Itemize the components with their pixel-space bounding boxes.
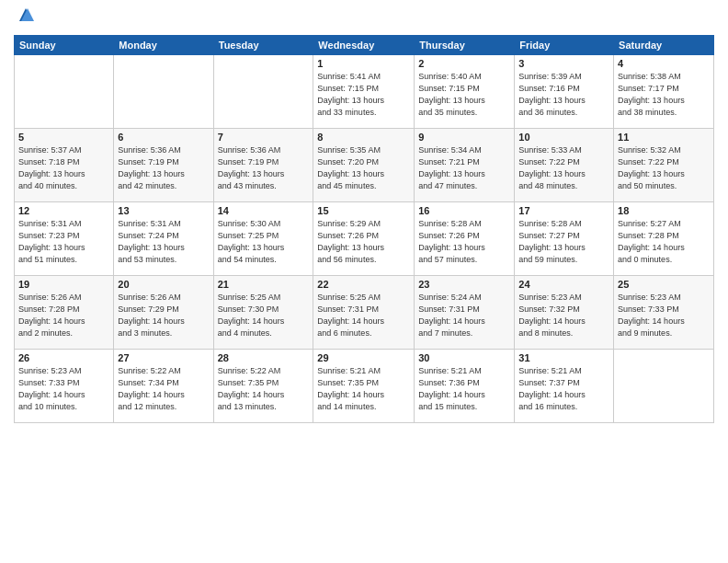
calendar-cell: 11Sunrise: 5:32 AMSunset: 7:22 PMDayligh… [614, 128, 714, 201]
day-number: 18 [618, 205, 710, 216]
day-number: 30 [418, 352, 510, 363]
day-number: 25 [618, 279, 710, 290]
day-number: 12 [18, 205, 109, 216]
calendar-cell: 23Sunrise: 5:24 AMSunset: 7:31 PMDayligh… [415, 275, 515, 349]
day-info: Sunrise: 5:28 AMSunset: 7:26 PMDaylight:… [418, 218, 510, 266]
calendar-cell [614, 349, 714, 422]
day-number: 8 [317, 132, 410, 143]
day-number: 9 [418, 132, 510, 143]
day-number: 24 [518, 279, 609, 290]
day-number: 17 [518, 205, 609, 216]
day-info: Sunrise: 5:34 AMSunset: 7:21 PMDaylight:… [418, 144, 510, 192]
day-number: 26 [18, 352, 109, 363]
calendar-cell: 30Sunrise: 5:21 AMSunset: 7:36 PMDayligh… [415, 349, 515, 422]
calendar-cell: 29Sunrise: 5:21 AMSunset: 7:35 PMDayligh… [313, 349, 415, 422]
calendar-cell: 13Sunrise: 5:31 AMSunset: 7:24 PMDayligh… [114, 201, 213, 275]
day-number: 21 [218, 279, 310, 290]
day-info: Sunrise: 5:22 AMSunset: 7:34 PMDaylight:… [118, 365, 209, 413]
day-info: Sunrise: 5:23 AMSunset: 7:33 PMDaylight:… [618, 292, 710, 339]
day-number: 29 [317, 352, 410, 363]
calendar-header-saturday: Saturday [614, 35, 714, 54]
calendar-cell: 9Sunrise: 5:34 AMSunset: 7:21 PMDaylight… [415, 128, 515, 201]
calendar-cell: 6Sunrise: 5:36 AMSunset: 7:19 PMDaylight… [114, 128, 213, 201]
calendar-week-row: 12Sunrise: 5:31 AMSunset: 7:23 PMDayligh… [15, 201, 714, 275]
calendar-cell: 2Sunrise: 5:40 AMSunset: 7:15 PMDaylight… [415, 54, 515, 128]
day-info: Sunrise: 5:41 AMSunset: 7:15 PMDaylight:… [317, 71, 410, 119]
day-number: 11 [618, 132, 710, 143]
calendar-week-row: 26Sunrise: 5:23 AMSunset: 7:33 PMDayligh… [15, 349, 714, 422]
calendar-cell: 5Sunrise: 5:37 AMSunset: 7:18 PMDaylight… [15, 128, 114, 201]
day-number: 1 [317, 58, 410, 69]
day-info: Sunrise: 5:40 AMSunset: 7:15 PMDaylight:… [418, 71, 510, 119]
day-info: Sunrise: 5:36 AMSunset: 7:19 PMDaylight:… [218, 144, 310, 192]
day-info: Sunrise: 5:21 AMSunset: 7:37 PMDaylight:… [518, 365, 609, 413]
calendar-cell: 19Sunrise: 5:26 AMSunset: 7:28 PMDayligh… [15, 275, 114, 349]
day-info: Sunrise: 5:29 AMSunset: 7:26 PMDaylight:… [317, 218, 410, 266]
day-info: Sunrise: 5:25 AMSunset: 7:31 PMDaylight:… [317, 292, 410, 339]
calendar-cell: 7Sunrise: 5:36 AMSunset: 7:19 PMDaylight… [213, 128, 313, 201]
day-number: 14 [218, 205, 310, 216]
day-number: 3 [518, 58, 609, 69]
calendar-page: SundayMondayTuesdayWednesdayThursdayFrid… [0, 0, 728, 563]
day-number: 2 [418, 58, 510, 69]
day-info: Sunrise: 5:27 AMSunset: 7:28 PMDaylight:… [618, 218, 710, 266]
day-info: Sunrise: 5:30 AMSunset: 7:25 PMDaylight:… [218, 218, 310, 266]
day-info: Sunrise: 5:38 AMSunset: 7:17 PMDaylight:… [618, 71, 710, 119]
day-number: 7 [218, 132, 310, 143]
day-info: Sunrise: 5:26 AMSunset: 7:29 PMDaylight:… [118, 292, 209, 339]
day-info: Sunrise: 5:24 AMSunset: 7:31 PMDaylight:… [418, 292, 510, 339]
day-number: 15 [317, 205, 410, 216]
calendar-cell: 20Sunrise: 5:26 AMSunset: 7:29 PMDayligh… [114, 275, 213, 349]
calendar-cell: 12Sunrise: 5:31 AMSunset: 7:23 PMDayligh… [15, 201, 114, 275]
day-info: Sunrise: 5:25 AMSunset: 7:30 PMDaylight:… [218, 292, 310, 339]
calendar-cell [15, 54, 114, 128]
day-info: Sunrise: 5:23 AMSunset: 7:33 PMDaylight:… [18, 365, 109, 413]
calendar-cell [114, 54, 213, 128]
day-info: Sunrise: 5:35 AMSunset: 7:20 PMDaylight:… [317, 144, 410, 192]
day-info: Sunrise: 5:28 AMSunset: 7:27 PMDaylight:… [518, 218, 609, 266]
calendar-cell: 17Sunrise: 5:28 AMSunset: 7:27 PMDayligh… [515, 201, 614, 275]
calendar-week-row: 19Sunrise: 5:26 AMSunset: 7:28 PMDayligh… [15, 275, 714, 349]
calendar-header-sunday: Sunday [15, 35, 114, 54]
calendar-cell: 27Sunrise: 5:22 AMSunset: 7:34 PMDayligh… [114, 349, 213, 422]
day-number: 10 [518, 132, 609, 143]
calendar-week-row: 1Sunrise: 5:41 AMSunset: 7:15 PMDaylight… [15, 54, 714, 128]
calendar-cell: 26Sunrise: 5:23 AMSunset: 7:33 PMDayligh… [15, 349, 114, 422]
day-number: 19 [18, 279, 109, 290]
day-info: Sunrise: 5:26 AMSunset: 7:28 PMDaylight:… [18, 292, 109, 339]
day-number: 22 [317, 279, 410, 290]
calendar-week-row: 5Sunrise: 5:37 AMSunset: 7:18 PMDaylight… [15, 128, 714, 201]
calendar-cell: 18Sunrise: 5:27 AMSunset: 7:28 PMDayligh… [614, 201, 714, 275]
calendar-cell: 15Sunrise: 5:29 AMSunset: 7:26 PMDayligh… [313, 201, 415, 275]
calendar-header-tuesday: Tuesday [213, 35, 313, 54]
calendar-cell: 3Sunrise: 5:39 AMSunset: 7:16 PMDaylight… [515, 54, 614, 128]
day-info: Sunrise: 5:21 AMSunset: 7:36 PMDaylight:… [418, 365, 510, 413]
day-info: Sunrise: 5:23 AMSunset: 7:32 PMDaylight:… [518, 292, 609, 339]
logo-icon [16, 5, 36, 25]
calendar-cell [213, 54, 313, 128]
calendar-header-row: SundayMondayTuesdayWednesdayThursdayFrid… [15, 35, 714, 54]
calendar-table: SundayMondayTuesdayWednesdayThursdayFrid… [14, 35, 714, 423]
day-info: Sunrise: 5:37 AMSunset: 7:18 PMDaylight:… [18, 144, 109, 192]
day-info: Sunrise: 5:39 AMSunset: 7:16 PMDaylight:… [518, 71, 609, 119]
calendar-header-monday: Monday [114, 35, 213, 54]
day-number: 6 [118, 132, 209, 143]
day-number: 27 [118, 352, 209, 363]
calendar-cell: 4Sunrise: 5:38 AMSunset: 7:17 PMDaylight… [614, 54, 714, 128]
calendar-cell: 22Sunrise: 5:25 AMSunset: 7:31 PMDayligh… [313, 275, 415, 349]
calendar-cell: 31Sunrise: 5:21 AMSunset: 7:37 PMDayligh… [515, 349, 614, 422]
calendar-header-wednesday: Wednesday [313, 35, 415, 54]
calendar-cell: 14Sunrise: 5:30 AMSunset: 7:25 PMDayligh… [213, 201, 313, 275]
day-info: Sunrise: 5:32 AMSunset: 7:22 PMDaylight:… [618, 144, 710, 192]
day-number: 28 [218, 352, 310, 363]
day-number: 13 [118, 205, 209, 216]
day-number: 23 [418, 279, 510, 290]
day-info: Sunrise: 5:31 AMSunset: 7:23 PMDaylight:… [18, 218, 109, 266]
page-header [14, 9, 714, 28]
calendar-cell: 28Sunrise: 5:22 AMSunset: 7:35 PMDayligh… [213, 349, 313, 422]
calendar-cell: 25Sunrise: 5:23 AMSunset: 7:33 PMDayligh… [614, 275, 714, 349]
day-number: 5 [18, 132, 109, 143]
day-info: Sunrise: 5:21 AMSunset: 7:35 PMDaylight:… [317, 365, 410, 413]
calendar-cell: 21Sunrise: 5:25 AMSunset: 7:30 PMDayligh… [213, 275, 313, 349]
calendar-cell: 1Sunrise: 5:41 AMSunset: 7:15 PMDaylight… [313, 54, 415, 128]
